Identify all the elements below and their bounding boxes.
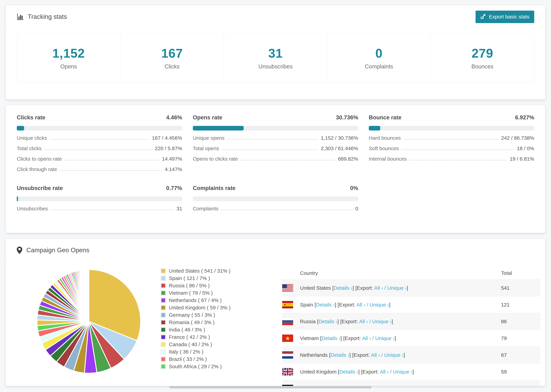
rate-value: 30.736%: [336, 114, 358, 121]
rate-row-unique-clicks: Unique clicks167 / 4.456%: [17, 135, 182, 141]
rate-row-label: Opens to clicks rate: [193, 156, 238, 162]
dotted-leader: [410, 160, 507, 161]
details-link[interactable]: Details ›: [318, 319, 337, 324]
summary-stats-row: 1,152Opens167Clicks31Unsubscribes0Compla…: [17, 34, 534, 82]
legend-label: United Kingdom ( 59 / 3% ): [169, 305, 231, 311]
stat-cell-opens: 1,152Opens: [17, 34, 120, 82]
country-row-text: United States [Details ›] [Export: All ›…: [300, 285, 408, 291]
rate-row-click-through-rate: Click through rate4.147%: [17, 166, 182, 172]
campaign-geo-opens-card: Campaign Geo Opens United States ( 541 /…: [6, 238, 545, 386]
country-row-text: Spain [Details ›] [Export: All › / Uniqu…: [300, 302, 390, 308]
country-name: Netherlands [: [300, 352, 330, 358]
export-unique-link[interactable]: Unique ›: [372, 319, 391, 324]
legend-item-romania[interactable]: Romania ( 49 / 3% ): [161, 320, 256, 325]
country-name: United States [: [300, 285, 334, 291]
rate-head: Complaints rate0%: [193, 185, 358, 191]
legend-item-south-africa[interactable]: South Africa ( 29 / 2% ): [161, 364, 256, 369]
legend-label: Italy ( 36 / 2% ): [169, 349, 204, 355]
export-prefix: ] [Export:: [337, 319, 359, 324]
legend-swatch: [161, 283, 166, 288]
rate-row-value: 4.147%: [165, 166, 182, 172]
legend-item-vietnam[interactable]: Vietnam ( 79 / 5% ): [161, 290, 256, 295]
bracket-close: ]: [412, 369, 414, 375]
export-all-link[interactable]: All ›: [362, 335, 371, 341]
rate-row-value: 220 / 5.87%: [155, 146, 182, 151]
details-link[interactable]: Details ›: [339, 369, 358, 375]
legend-item-germany[interactable]: Germany ( 55 / 3% ): [161, 313, 256, 318]
legend-item-netherlands[interactable]: Netherlands ( 67 / 4% ): [161, 298, 256, 303]
table-row-united-kingdom: United Kingdom [Details ›] [Export: All …: [282, 364, 540, 380]
table-row-spain: Spain [Details ›] [Export: All › / Uniqu…: [282, 296, 540, 313]
export-unique-link[interactable]: Unique ›: [387, 285, 407, 291]
geo-table: Country Total United States [Details ›] …: [282, 267, 540, 386]
pie-slice-other-49[interactable]: [89, 270, 89, 321]
details-link[interactable]: Details ›: [316, 302, 335, 308]
rate-row-label: Hard bounces: [369, 135, 401, 141]
export-prefix: ] [Export:: [358, 369, 380, 375]
stat-label: Complaints: [365, 63, 393, 70]
stat-label: Opens: [60, 63, 77, 70]
rate-title: Bounce rate: [369, 114, 402, 121]
rate-row-value: 18 / 0%: [517, 146, 534, 151]
dotted-leader: [44, 149, 152, 150]
dotted-leader: [227, 139, 318, 140]
rate-row-value: 14.497%: [162, 156, 182, 162]
export-all-link[interactable]: All ›: [356, 302, 365, 308]
stat-cell-complaints: 0Complaints: [327, 34, 431, 82]
rate-row-value: 31: [177, 206, 182, 211]
legend-label: Netherlands ( 67 / 4% ): [169, 297, 222, 303]
export-all-link[interactable]: All ›: [359, 319, 368, 324]
country-row-text: Russia [Details ›] [Export: All › / Uniq…: [300, 319, 393, 324]
country-flag-icon-vn: [282, 335, 293, 342]
legend-swatch: [161, 313, 166, 318]
rate-row-unsubscribes: Unsubscribes31: [17, 206, 182, 211]
export-basic-stats-button[interactable]: Export basic stats: [475, 11, 534, 23]
legend-label: Brazil ( 33 / 2% ): [169, 356, 207, 362]
rate-row-label: Total clicks: [17, 146, 42, 151]
tracking-stats-header: Tracking stats Export basic stats: [6, 5, 545, 28]
details-link[interactable]: Details ›: [322, 335, 340, 341]
legend-item-spain[interactable]: Spain ( 121 / 7% ): [161, 276, 256, 281]
export-unique-link[interactable]: Unique ›: [393, 369, 412, 375]
export-all-link[interactable]: All ›: [380, 369, 389, 375]
legend-item-united-states[interactable]: United States ( 541 / 31% ): [161, 268, 256, 273]
country-total: 121: [501, 302, 540, 308]
rate-row-label: Internal bounces: [369, 156, 407, 162]
legend-item-united-kingdom[interactable]: United Kingdom ( 59 / 3% ): [161, 305, 256, 310]
rate-row-label: Complaints: [193, 206, 219, 211]
legend-item-russia[interactable]: Russia ( 86 / 5% ): [161, 283, 256, 288]
rate-row-internal-bounces: Internal bounces19 / 6.81%: [369, 156, 534, 162]
export-all-link[interactable]: All ›: [374, 285, 383, 291]
legend-item-india[interactable]: India ( 46 / 3% ): [161, 327, 256, 332]
horizontal-scrollbar[interactable]: [170, 386, 371, 388]
geo-pie-chart: [34, 267, 144, 376]
geo-title: Campaign Geo Opens: [26, 247, 89, 254]
legend-item-brazil[interactable]: Brazil ( 33 / 2% ): [161, 357, 256, 362]
legend-label: Russia ( 86 / 5% ): [169, 283, 210, 288]
rate-row-total-clicks: Total clicks220 / 5.87%: [17, 146, 182, 151]
export-unique-link[interactable]: Unique ›: [370, 302, 389, 308]
rate-row-value: 167 / 4.456%: [152, 135, 182, 141]
bracket-close: ]: [395, 335, 396, 341]
link-separator: /: [389, 369, 393, 375]
country-total: 86: [501, 319, 540, 324]
export-unique-link[interactable]: Unique ›: [375, 335, 395, 341]
bracket-close: ]: [407, 285, 408, 291]
legend-item-canada[interactable]: Canada ( 40 / 2% ): [161, 342, 256, 347]
details-link[interactable]: Details ›: [330, 352, 349, 358]
rate-row-total-opens: Total opens2,303 / 61.446%: [193, 146, 358, 151]
rate-panel-opens-rate: Opens rate30.736%Unique opens1,152 / 30.…: [193, 114, 358, 172]
details-link[interactable]: Details ›: [334, 285, 353, 291]
legend-swatch: [161, 298, 166, 303]
rate-row-value: 1,152 / 30.736%: [321, 135, 358, 141]
export-unique-link[interactable]: Unique ›: [378, 386, 397, 386]
legend-label: Spain ( 121 / 7% ): [169, 275, 210, 281]
legend-item-italy[interactable]: Italy ( 36 / 2% ): [161, 349, 256, 354]
rate-row-hard-bounces: Hard bounces242 / 86.738%: [369, 135, 534, 141]
export-all-link[interactable]: All ›: [371, 352, 380, 358]
export-unique-link[interactable]: Unique ›: [384, 352, 403, 358]
legend-swatch: [161, 305, 166, 310]
link-separator: /: [380, 352, 384, 358]
rate-title: Opens rate: [193, 114, 222, 121]
legend-item-france[interactable]: France ( 42 / 2% ): [161, 335, 256, 340]
